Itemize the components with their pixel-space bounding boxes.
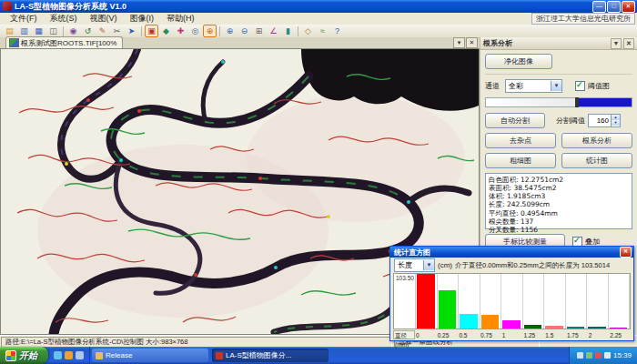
x-tick-label: 1 <box>501 332 523 339</box>
result-line: 白色面积: 12.2751cm2 <box>489 176 629 184</box>
toolbar-separator <box>141 26 142 36</box>
polygon-icon[interactable]: ◇ <box>301 25 315 37</box>
menu-view[interactable]: 视图(V) <box>84 13 124 25</box>
tab-close-icon[interactable]: ✕ <box>466 37 478 48</box>
zoom-out-icon[interactable]: ⊖ <box>238 25 251 37</box>
taskbar: 开始 ReleaseLA-S型植物图像分... 15:39 <box>0 347 637 364</box>
histogram-plot[interactable] <box>416 274 630 329</box>
taskbar-task[interactable]: Release <box>92 349 208 362</box>
threshold-slider[interactable] <box>485 97 632 107</box>
histogram-close-button[interactable]: ✕ <box>620 247 632 258</box>
threshold-slider-thumb[interactable] <box>575 97 579 107</box>
histogram-bin <box>587 274 609 329</box>
zoom-in-icon[interactable]: ⊕ <box>223 25 237 37</box>
chevron-down-icon[interactable]: ▼ <box>551 81 561 91</box>
x-axis-label: 直径(mm) <box>393 330 415 339</box>
result-line: 根尖数量: 137 <box>489 217 629 226</box>
image-icon[interactable]: ◆ <box>159 25 173 37</box>
histogram-bar <box>610 328 628 329</box>
threshold-value[interactable]: 160 <box>589 115 611 126</box>
channel-select[interactable]: 全彩 ▼ <box>505 79 562 93</box>
task-icon <box>216 352 223 359</box>
result-line: 长度: 242.5099cm <box>489 200 629 208</box>
system-tray: 15:39 <box>569 347 637 364</box>
print-icon[interactable]: ◫ <box>46 25 60 37</box>
purify-image-button[interactable]: 净化图像 <box>485 54 552 69</box>
desktop-icon[interactable] <box>76 351 84 359</box>
histogram-bin <box>416 274 438 329</box>
maximize-button[interactable]: □ <box>607 1 621 13</box>
window-controls: —□✕ <box>592 1 635 13</box>
histogram-bar <box>524 325 542 329</box>
media-player-icon[interactable] <box>65 351 73 359</box>
help-icon[interactable]: ? <box>330 25 344 37</box>
taskbar-task[interactable]: LA-S型植物图像分... <box>212 349 329 362</box>
toolbar-separator <box>298 26 298 36</box>
spinner-down-icon[interactable]: ▼ <box>612 120 620 126</box>
pencil-icon[interactable]: ✎ <box>96 25 109 37</box>
input-method-icon[interactable] <box>604 352 611 359</box>
result-line: 分叉数量: 1156 <box>489 226 629 234</box>
save-all-icon[interactable]: ▦ <box>32 25 46 37</box>
panel-close-icon[interactable]: ✕ <box>623 38 634 49</box>
angle-icon[interactable]: ∠ <box>267 25 280 37</box>
threshold-view-label: 阈值图 <box>588 81 610 91</box>
chevron-down-icon[interactable]: ▼ <box>423 260 434 270</box>
histogram-window-title: 统计直方图 <box>394 248 430 258</box>
close-button[interactable]: ✕ <box>622 1 635 13</box>
menu-help[interactable]: 帮助(H) <box>160 13 201 25</box>
thickness-button[interactable]: 粗细图 <box>485 153 556 168</box>
bin-info-text: 介于直径0.00mm和0.25mm之间的长度为 103.5014 <box>455 261 610 270</box>
x-tick-label: 0.5 <box>458 332 480 339</box>
menu-system[interactable]: 系统(S) <box>44 13 84 25</box>
volume-icon[interactable] <box>577 352 583 359</box>
image-thumbnail-icon <box>9 38 19 47</box>
arrow-icon[interactable]: ➤ <box>125 25 138 37</box>
curve-icon[interactable]: ≈ <box>316 25 329 37</box>
grid-icon[interactable]: ⊞ <box>252 25 266 37</box>
menu-image[interactable]: 图像(I) <box>124 13 161 25</box>
window-title: LA-S型植物图像分析系统 V1.0 <box>15 1 592 13</box>
results-box-1: 白色面积: 12.2751cm2表面积: 38.5475cm2体积: 1.918… <box>485 173 632 229</box>
start-button[interactable]: 开始 <box>0 347 48 364</box>
histogram-bin <box>566 274 588 329</box>
analyze-button[interactable]: 根系分析 <box>561 133 632 148</box>
histogram-bar <box>588 327 606 329</box>
threshold-spinner[interactable]: 160 ▲ ▼ <box>588 114 621 127</box>
antivirus-icon[interactable] <box>595 352 602 359</box>
denoise-button[interactable]: 去杂点 <box>485 133 556 148</box>
open-icon[interactable]: ▤ <box>3 25 16 37</box>
ie-icon[interactable] <box>54 351 62 359</box>
histogram-bar <box>439 290 457 329</box>
histogram-bar <box>460 314 478 329</box>
network-icon[interactable] <box>586 352 592 359</box>
camera-icon[interactable]: ◉ <box>66 25 80 37</box>
tray-icons <box>577 352 611 359</box>
cut-icon[interactable]: ✂ <box>110 25 124 37</box>
ruler-icon[interactable]: ▮ <box>281 25 295 37</box>
quick-launch <box>48 347 90 364</box>
histogram-bin <box>438 274 460 329</box>
tab-scroll-down-icon[interactable]: ▾ <box>453 37 465 48</box>
series-select-value: 长度 <box>398 260 412 270</box>
channel-select-value: 全彩 <box>509 81 523 91</box>
undo-icon[interactable]: ↺ <box>81 25 95 37</box>
auto-segment-button[interactable]: 自动分割 <box>485 113 545 128</box>
gear-icon[interactable]: ◎ <box>188 25 202 37</box>
histogram-title-bar[interactable]: 统计直方图 ✕ <box>390 247 633 258</box>
menu-file[interactable]: 文件(F) <box>4 13 44 25</box>
document-tab[interactable]: 根系测试图ROOTS.TIF[100% <box>5 36 123 48</box>
minimize-button[interactable]: — <box>592 1 606 13</box>
fill-icon[interactable]: ✚ <box>174 25 187 37</box>
divider <box>485 74 632 75</box>
threshold-slider-fill <box>577 98 632 106</box>
rect-select-icon[interactable]: ▣ <box>145 25 158 37</box>
threshold-view-checkbox[interactable] <box>575 81 585 91</box>
menu-bar-items: 文件(F)系统(S)视图(V)图像(I)帮助(H) <box>4 13 201 25</box>
series-select[interactable]: 长度 ▼ <box>394 258 435 272</box>
save-icon[interactable]: ▥ <box>17 25 31 37</box>
pin-icon[interactable]: ▼ <box>611 38 622 49</box>
document-tab-bar: 根系测试图ROOTS.TIF[100% ▾✕ <box>0 37 480 48</box>
target-icon[interactable]: ⊕ <box>203 25 217 37</box>
histogram-button[interactable]: 统计图 <box>561 153 632 168</box>
